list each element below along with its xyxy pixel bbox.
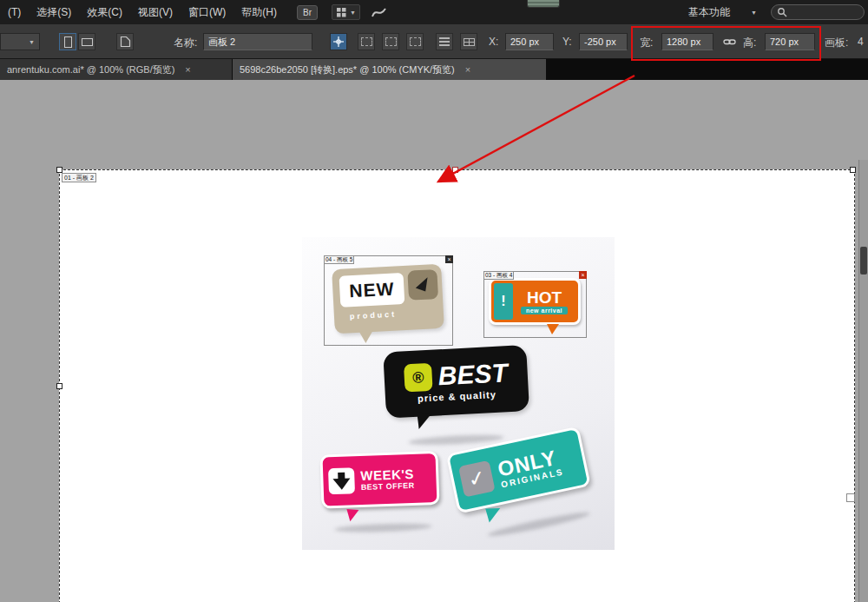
sticker-weeks-subtitle: BEST OFFER xyxy=(361,481,415,492)
show-safe-areas-button[interactable] xyxy=(406,33,424,50)
artboards-count: 4 xyxy=(858,36,864,48)
speech-tail xyxy=(547,324,559,334)
check-badge: ✓ xyxy=(458,460,496,498)
chevron-down-icon: ▼ xyxy=(29,39,35,45)
artboard-options-icon xyxy=(464,38,475,46)
document-tab-bar: anrentuku.com.ai* @ 100% (RGB/预览) × 5698… xyxy=(0,59,868,80)
width-field[interactable]: 1280 px xyxy=(661,33,713,50)
tab-document-1[interactable]: anrentuku.com.ai* @ 100% (RGB/预览) × xyxy=(0,59,233,80)
height-label: 高: xyxy=(743,36,756,50)
brush-squiggle-icon xyxy=(371,5,388,19)
illustrator-window: { "menubar": { "items": ["(T)", "选择(S)",… xyxy=(0,0,868,602)
sticker-best-subtitle: price & quality xyxy=(418,389,496,404)
artboard-preset-dropdown[interactable]: ▼ xyxy=(0,33,40,50)
menu-help[interactable]: 帮助(H) xyxy=(233,5,285,20)
artboard-name-tag: 01 - 画板 2 xyxy=(62,173,96,182)
new-page-icon xyxy=(120,36,131,48)
grid-icon xyxy=(336,7,347,18)
down-arrow-badge xyxy=(328,467,355,494)
x-label: X: xyxy=(489,36,498,48)
move-artwork-button[interactable] xyxy=(436,33,453,50)
close-icon[interactable]: × xyxy=(579,271,587,279)
artboard-options-button[interactable] xyxy=(460,33,477,50)
portrait-icon xyxy=(64,36,72,48)
graphic-style-button[interactable] xyxy=(371,5,388,19)
reference-point-button[interactable] xyxy=(330,33,347,50)
menu-window[interactable]: 窗口(W) xyxy=(181,5,233,20)
artboard-name-field[interactable]: 画板 2 xyxy=(203,33,312,50)
sub-artboard-tag: 04 - 画板 5 xyxy=(324,255,354,264)
chevron-down-icon: ▼ xyxy=(350,10,356,16)
sticker-best-title: BEST xyxy=(437,360,508,389)
close-icon[interactable]: × xyxy=(445,255,453,263)
sticker-new-product: NEW product xyxy=(332,264,444,334)
close-icon[interactable]: × xyxy=(465,64,470,75)
workspace-label: 基本功能 xyxy=(688,5,730,20)
constrain-proportions-button[interactable] xyxy=(720,33,738,50)
artboard[interactable]: 01 - 画板 2 04 - 画板 5 × NEW product xyxy=(59,169,855,602)
x-position-field[interactable]: 250 px xyxy=(505,33,554,50)
y-position-field[interactable]: -250 px xyxy=(579,33,628,50)
sticker-best: ® BEST price & quality xyxy=(383,344,540,447)
resize-handle-top-left[interactable] xyxy=(56,167,62,173)
resize-handle-right[interactable] xyxy=(846,493,855,502)
search-input[interactable] xyxy=(771,4,865,20)
artboard-options-bar: ▼ 名称: 画板 2 X: 250 px Y: -250 px 宽: xyxy=(0,24,868,59)
show-cross-hairs-button[interactable] xyxy=(382,33,399,50)
sticker-new-subtitle: product xyxy=(341,309,405,321)
sticker-hot: ! HOT new arrival xyxy=(489,278,581,325)
landscape-orientation-button[interactable] xyxy=(78,33,95,50)
workspace-switcher[interactable]: 基本功能 ▼ xyxy=(688,4,757,20)
portrait-orientation-button[interactable] xyxy=(59,33,76,50)
width-label: 宽: xyxy=(640,36,653,50)
menu-bar: (T) 选择(S) 效果(C) 视图(V) 窗口(W) 帮助(H) Br ▼ 基… xyxy=(0,0,868,24)
menu-effect[interactable]: 效果(C) xyxy=(79,5,130,20)
scrollbar-thumb[interactable] xyxy=(860,247,867,275)
artboards-label: 画板: xyxy=(825,36,848,50)
tab-label: anrentuku.com.ai* @ 100% (RGB/预览) xyxy=(7,63,174,76)
y-label: Y: xyxy=(562,36,572,48)
sticker-new-title: NEW xyxy=(339,273,405,308)
down-arrow-icon xyxy=(332,478,350,490)
search-icon xyxy=(777,7,787,17)
drop-shadow xyxy=(334,522,431,533)
speech-tail xyxy=(359,331,374,344)
name-label: 名称: xyxy=(174,36,197,50)
resize-handle-top-right[interactable] xyxy=(850,167,856,173)
vertical-scrollbar[interactable] xyxy=(858,160,868,602)
cursor-icon xyxy=(416,275,431,291)
sub-artboard-tag: 03 - 画板 4 xyxy=(483,271,514,280)
sub-artboard-new[interactable]: 04 - 画板 5 × NEW product xyxy=(324,255,453,346)
link-chain-icon xyxy=(723,36,736,47)
sticker-hot-subtitle: new arrival xyxy=(521,307,568,314)
speech-tail xyxy=(485,508,501,523)
sticker-hot-title: HOT xyxy=(527,289,562,306)
registered-badge: ® xyxy=(404,363,433,393)
new-artboard-button[interactable] xyxy=(116,33,134,50)
cursor-badge xyxy=(407,269,438,301)
artwork-image[interactable]: 04 - 画板 5 × NEW product 03 - 画板 4 × ! xyxy=(302,237,615,550)
tab-document-2[interactable]: 5698c26be2050 [转换].eps* @ 100% (CMYK/预览)… xyxy=(233,59,547,80)
show-center-mark-button[interactable] xyxy=(358,33,375,50)
sub-artboard-hot[interactable]: 03 - 画板 4 × ! HOT new arrival xyxy=(483,271,587,338)
landscape-icon xyxy=(82,38,93,46)
exclamation-badge: ! xyxy=(494,283,513,320)
move-artwork-icon xyxy=(439,37,450,46)
resize-handle-left-center[interactable] xyxy=(56,383,62,389)
menu-select[interactable]: 选择(S) xyxy=(29,5,79,20)
menu-view[interactable]: 视图(V) xyxy=(130,5,181,20)
center-mark-icon xyxy=(361,37,372,46)
cross-hairs-icon xyxy=(385,37,397,46)
app-frame-widget xyxy=(527,0,560,8)
canvas-area[interactable]: 01 - 画板 2 04 - 画板 5 × NEW product xyxy=(0,80,868,602)
arrange-documents-button[interactable]: ▼ xyxy=(332,4,360,20)
speech-tail xyxy=(345,509,358,522)
resize-handle-top-center[interactable] xyxy=(452,167,458,173)
menu-type[interactable]: (T) xyxy=(0,6,29,18)
height-field[interactable]: 720 px xyxy=(765,33,815,50)
close-icon[interactable]: × xyxy=(185,64,190,75)
speech-tail xyxy=(416,413,432,430)
sticker-weeks: WEEK'S BEST OFFER xyxy=(319,450,452,534)
drop-shadow xyxy=(487,509,590,539)
bridge-button[interactable]: Br xyxy=(297,5,318,20)
